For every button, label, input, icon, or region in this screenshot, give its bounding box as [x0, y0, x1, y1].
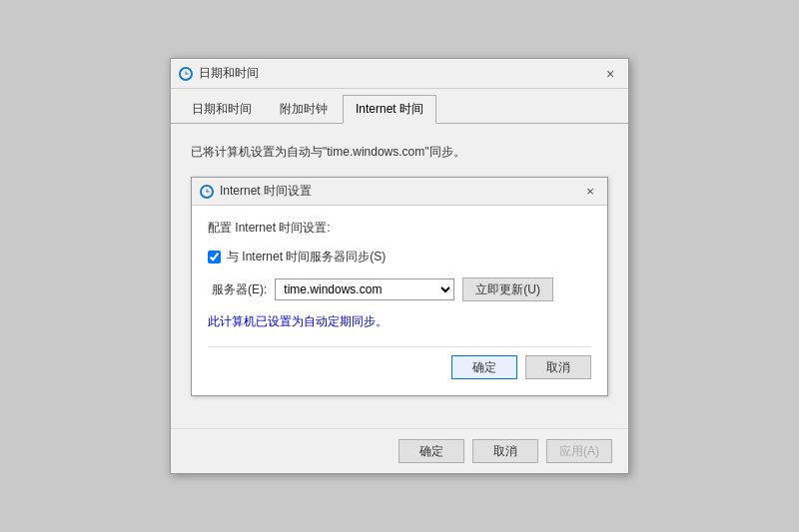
update-now-button[interactable]: 立即更新(U): [462, 277, 553, 301]
outer-window-title: 日期和时间: [199, 65, 259, 82]
tab-extra-clocks[interactable]: 附加时钟: [267, 95, 341, 123]
inner-cancel-button[interactable]: 取消: [525, 355, 591, 379]
server-select[interactable]: time.windows.com: [275, 278, 454, 300]
inner-titlebar-left: Internet 时间设置: [200, 183, 312, 200]
sync-checkbox-label: 与 Internet 时间服务器同步(S): [227, 249, 386, 266]
titlebar-left: 日期和时间: [179, 65, 259, 82]
outer-window: 日期和时间 × 日期和时间 附加时钟 Internet 时间 已将计算机设置为自…: [170, 58, 629, 474]
inner-dialog: Internet 时间设置 × 配置 Internet 时间设置: 与 Inte…: [191, 177, 608, 396]
outer-description: 已将计算机设置为自动与"time.windows.com"同步。: [191, 144, 608, 161]
inner-ok-button[interactable]: 确定: [451, 355, 517, 379]
outer-button-bar: 确定 取消 应用(A): [171, 428, 628, 473]
inner-content: 配置 Internet 时间设置: 与 Internet 时间服务器同步(S) …: [192, 206, 607, 395]
server-label: 服务器(E):: [212, 281, 267, 298]
inner-dialog-buttons: 确定 取消: [208, 346, 591, 379]
sync-checkbox[interactable]: [208, 251, 221, 264]
clock-icon: [179, 67, 193, 81]
inner-titlebar: Internet 时间设置 ×: [192, 178, 607, 206]
tab-datetime[interactable]: 日期和时间: [179, 95, 265, 123]
config-label: 配置 Internet 时间设置:: [208, 220, 591, 237]
tab-internet-time[interactable]: Internet 时间: [343, 95, 436, 124]
server-row: 服务器(E): time.windows.com 立即更新(U): [208, 277, 591, 301]
outer-apply-button[interactable]: 应用(A): [546, 439, 612, 463]
sync-checkbox-row: 与 Internet 时间服务器同步(S): [208, 249, 591, 266]
outer-ok-button[interactable]: 确定: [399, 439, 464, 463]
inner-clock-icon: [200, 185, 214, 199]
inner-dialog-title: Internet 时间设置: [220, 183, 312, 200]
inner-close-button[interactable]: ×: [581, 183, 599, 201]
tabs-bar: 日期和时间 附加时钟 Internet 时间: [171, 89, 628, 124]
outer-content: 已将计算机设置为自动与"time.windows.com"同步。 Interne…: [171, 124, 628, 428]
outer-close-button[interactable]: ×: [600, 64, 620, 84]
inner-status-text: 此计算机已设置为自动定期同步。: [208, 313, 591, 330]
outer-titlebar: 日期和时间 ×: [171, 59, 628, 89]
outer-cancel-button[interactable]: 取消: [472, 439, 538, 463]
